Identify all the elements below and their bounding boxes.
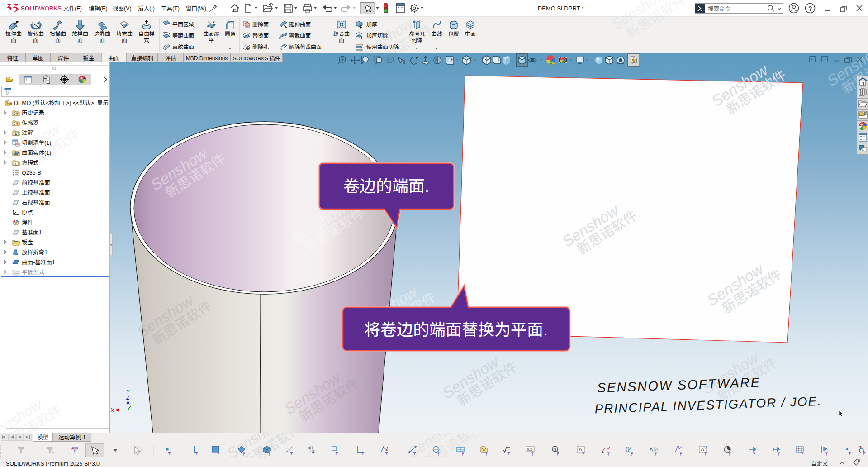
svg-text:A: A xyxy=(15,133,17,136)
svg-text:卷边的端面.: 卷边的端面. xyxy=(343,173,429,196)
svg-text:将卷边的端面替换为平面.: 将卷边的端面替换为平面. xyxy=(364,316,548,340)
svg-text:N: N xyxy=(554,448,556,452)
svg-text:Σ: Σ xyxy=(15,162,17,166)
svg-text:A: A xyxy=(701,447,705,452)
svg-text:SOLIDWORKS: SOLIDWORKS xyxy=(21,5,62,12)
svg-text:A: A xyxy=(650,447,653,452)
svg-text:A: A xyxy=(579,447,583,452)
svg-text:Y: Y xyxy=(126,387,130,395)
svg-text:0.3: 0.3 xyxy=(527,448,532,452)
svg-text:?: ? xyxy=(808,5,812,12)
svg-text:A: A xyxy=(655,447,659,452)
svg-text:X: X xyxy=(110,405,115,414)
